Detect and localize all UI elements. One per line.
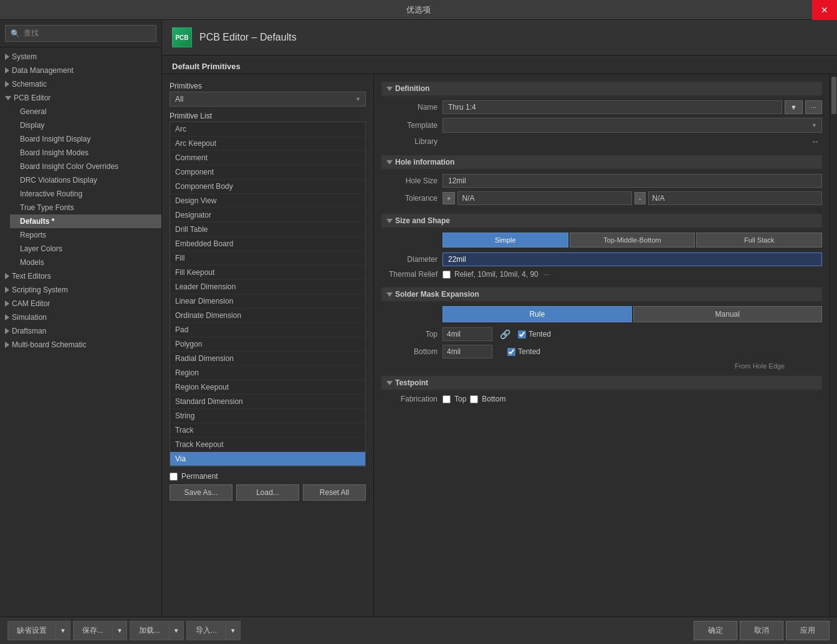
search-placeholder-text: 查找 <box>24 28 39 39</box>
name-dropdown-btn[interactable]: ▼ <box>785 100 803 114</box>
sidebar-item-layer-colors[interactable]: Layer Colors <box>10 242 161 256</box>
list-item[interactable]: Track <box>170 423 365 438</box>
sidebar-item-models[interactable]: Models <box>10 256 161 269</box>
list-item[interactable]: Via <box>170 452 365 466</box>
top-value-input[interactable] <box>442 327 492 341</box>
apply-btn[interactable]: 应用 <box>786 621 830 640</box>
list-item[interactable]: Embedded Board <box>170 237 365 251</box>
list-item[interactable]: Ordinate Dimension <box>170 309 365 323</box>
list-item[interactable]: Polygon <box>170 337 365 352</box>
sidebar-item-general[interactable]: General <box>10 105 161 118</box>
load-button[interactable]: Load... <box>236 484 299 501</box>
fabrication-top-checkbox[interactable] <box>442 395 451 403</box>
search-input-wrapper[interactable]: 🔍 查找 <box>5 25 156 42</box>
import-btn[interactable]: 导入... <box>186 621 226 640</box>
list-item[interactable]: Region <box>170 366 365 380</box>
sidebar-item-texteditors[interactable]: Text Editors <box>0 269 161 283</box>
reset-all-button[interactable]: Reset All <box>303 484 366 501</box>
sidebar-item-board-insight-modes[interactable]: Board Insight Modes <box>10 146 161 160</box>
preset-group: 缺省设置 ▼ <box>7 621 70 640</box>
hole-size-input[interactable] <box>442 174 822 188</box>
template-select[interactable] <box>442 118 822 133</box>
detail-scrollbar[interactable] <box>830 74 837 617</box>
list-item[interactable]: Designator <box>170 208 365 223</box>
list-item[interactable]: Component Body <box>170 180 365 194</box>
import-arrow[interactable]: ▼ <box>226 621 241 640</box>
list-item[interactable]: Component <box>170 165 365 180</box>
from-hole-edge: From Hole Edge <box>381 362 822 370</box>
primitive-list: ArcArc KeepoutCommentComponentComponent … <box>170 122 366 467</box>
sidebar-item-board-insight-display[interactable]: Board Insight Display <box>10 132 161 146</box>
list-item[interactable]: Arc <box>170 122 365 137</box>
list-item[interactable]: String <box>170 409 365 423</box>
permanent-checkbox[interactable] <box>170 473 178 481</box>
list-item[interactable]: Design View <box>170 194 365 208</box>
sidebar-item-reports[interactable]: Reports <box>10 228 161 242</box>
save-arrow[interactable]: ▼ <box>113 621 127 640</box>
tolerance-plus-input[interactable] <box>457 191 631 205</box>
thermal-relief-more[interactable]: ··· <box>543 270 550 279</box>
list-item[interactable]: Comment <box>170 151 365 165</box>
hole-size-row: Hole Size <box>381 174 822 188</box>
sidebar-item-simulation[interactable]: Simulation <box>0 310 161 324</box>
sidebar-item-pcbeditor[interactable]: PCB Editor <box>0 91 161 105</box>
sidebar-item-board-insight-color[interactable]: Board Insight Color Overrides <box>10 160 161 173</box>
list-item[interactable]: Fill <box>170 251 365 266</box>
tolerance-minus-input[interactable] <box>648 191 822 205</box>
sidebar-item-interactive-routing[interactable]: Interactive Routing <box>10 187 161 201</box>
name-input[interactable] <box>442 100 782 114</box>
save-as-button[interactable]: Save As... <box>170 484 232 501</box>
sidebar-label-defaults: Defaults * <box>20 217 54 226</box>
load-arrow[interactable]: ▼ <box>170 621 184 640</box>
fabrication-bottom-checkbox[interactable] <box>470 395 478 403</box>
list-item[interactable]: Arc Keepout <box>170 137 365 151</box>
rule-btn[interactable]: Rule <box>442 306 632 322</box>
panel-title: PCB Editor – Defaults <box>199 32 297 43</box>
simple-btn[interactable]: Simple <box>442 233 568 248</box>
top-middle-bottom-btn[interactable]: Top-Middle-Bottom <box>570 233 696 248</box>
bottom-tented-checkbox[interactable] <box>507 348 515 356</box>
load-btn[interactable]: 加载... <box>130 621 170 640</box>
close-button[interactable]: ✕ <box>812 0 837 20</box>
sidebar-item-cameditor[interactable]: CAM Editor <box>0 297 161 310</box>
sidebar-item-system[interactable]: System <box>0 50 161 64</box>
manual-btn[interactable]: Manual <box>633 306 823 322</box>
name-more-btn[interactable]: ··· <box>805 100 822 114</box>
list-item[interactable]: Track Keepout <box>170 438 365 452</box>
sidebar-item-multiboard[interactable]: Multi-board Schematic <box>0 338 161 352</box>
sidebar-item-datamanagement[interactable]: Data Management <box>0 64 161 77</box>
list-item[interactable]: Fill Keepout <box>170 266 365 280</box>
tree-area: System Data Management Schematic PCB Edi… <box>0 47 161 617</box>
list-item[interactable]: Linear Dimension <box>170 294 365 309</box>
list-item[interactable]: Standard Dimension <box>170 395 365 409</box>
list-item[interactable]: Pad <box>170 323 365 337</box>
list-item[interactable]: Radial Dimension <box>170 352 365 366</box>
sidebar-item-defaults[interactable]: Defaults * <box>10 214 161 228</box>
bottom-label: Bottom <box>381 347 438 356</box>
confirm-btn[interactable]: 确定 <box>694 621 737 640</box>
sidebar-item-draftsman[interactable]: Draftsman <box>0 324 161 338</box>
preset-arrow[interactable]: ▼ <box>56 621 70 640</box>
preset-btn[interactable]: 缺省设置 <box>7 621 56 640</box>
plus-op: + <box>442 192 455 204</box>
list-item[interactable]: Leader Dimension <box>170 280 365 294</box>
sidebar-item-display[interactable]: Display <box>10 118 161 132</box>
thermal-relief-checkbox[interactable] <box>442 271 451 279</box>
sidebar-item-truetype[interactable]: True Type Fonts <box>10 201 161 214</box>
bottom-value-input[interactable] <box>442 345 492 358</box>
sidebar-item-schematic[interactable]: Schematic <box>0 77 161 91</box>
list-item[interactable]: Drill Table <box>170 223 365 237</box>
diameter-input[interactable] <box>442 252 822 266</box>
sidebar-item-drc[interactable]: DRC Violations Display <box>10 173 161 187</box>
primitives-dropdown[interactable]: All <box>170 92 366 107</box>
sidebar-item-scripting[interactable]: Scripting System <box>0 283 161 297</box>
collapse-testpoint-icon <box>386 381 393 385</box>
top-tented-checkbox[interactable] <box>518 330 526 339</box>
list-item[interactable]: Region Keepout <box>170 380 365 395</box>
save-btn[interactable]: 保存... <box>73 621 113 640</box>
fabrication-label: Fabrication <box>381 395 438 403</box>
cancel-btn[interactable]: 取消 <box>740 621 783 640</box>
full-stack-btn[interactable]: Full Stack <box>696 233 822 248</box>
tolerance-inputs: + - <box>442 191 822 205</box>
library-link-icon[interactable]: ↔ <box>808 137 822 147</box>
